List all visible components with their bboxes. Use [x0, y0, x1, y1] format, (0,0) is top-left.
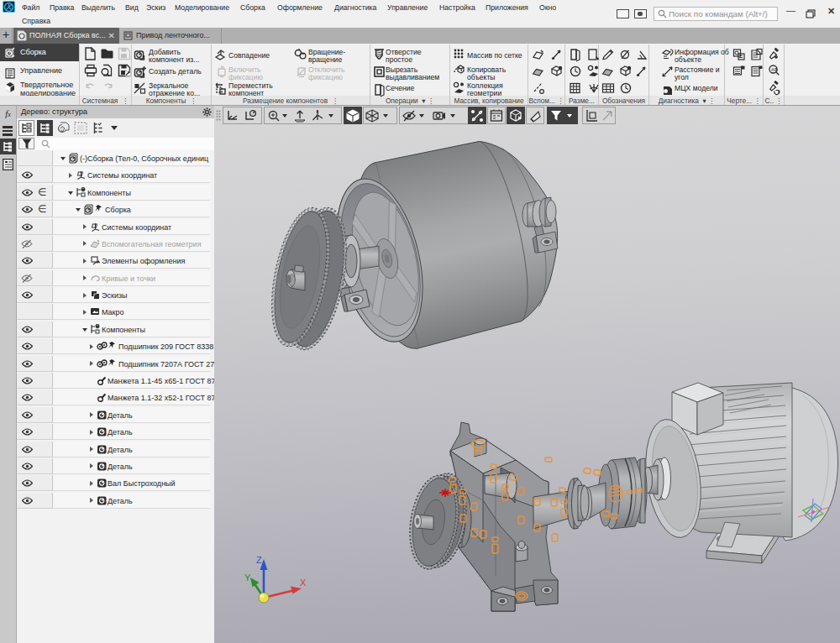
svg-text:X: X [300, 578, 307, 588]
svg-text:Y: Y [244, 572, 251, 583]
svg-text:12: 12 [28, 128, 32, 132]
svg-text:Z: Z [256, 555, 262, 565]
svg-text:AB: AB [771, 67, 778, 72]
